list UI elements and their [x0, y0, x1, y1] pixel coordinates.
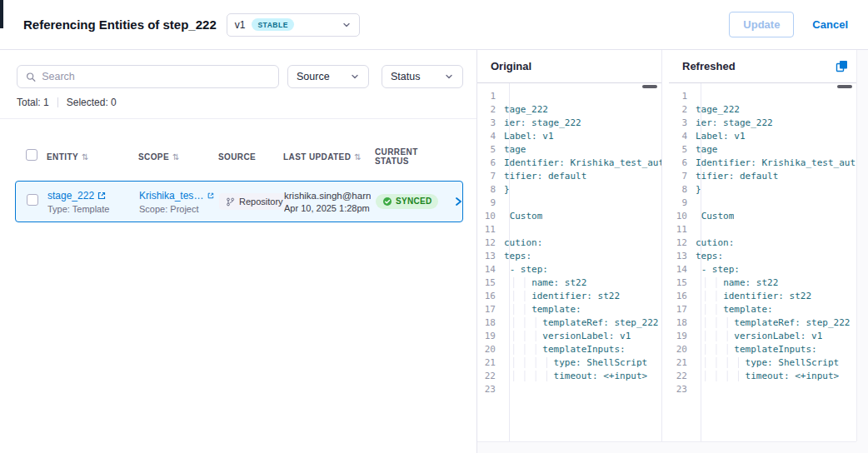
copy-icon[interactable]: [836, 60, 848, 72]
vertical-scrollbar[interactable]: [856, 50, 868, 441]
source-cell: Repository: [219, 193, 284, 210]
modal-body: Source Status Total: 1 Selected: 0 ENTIT…: [0, 50, 868, 453]
diff-panel: Original 12tage_2223ier: stage_2224Label…: [477, 50, 868, 453]
search-box: [17, 65, 279, 88]
search-icon: [26, 72, 36, 82]
source-badge: Repository: [219, 193, 290, 210]
diff-column-original: Original 12tage_2223ier: stage_2224Label…: [477, 50, 662, 441]
selected-count: Selected: 0: [67, 97, 117, 108]
version-label: v1: [235, 19, 246, 31]
diff-column-refreshed: Refreshed 12tage_2223ier: stage_2224Labe…: [669, 50, 856, 441]
refreshed-code-lines: 12tage_2223ier: stage_2224Label: v15tage…: [669, 90, 856, 396]
sort-icon: ⇅: [354, 152, 362, 162]
updated-at: Apr 10, 2025 1:28pm: [284, 203, 371, 213]
column-header-scope[interactable]: SCOPE ⇅: [138, 152, 218, 162]
scope-detail: Scope: Project: [139, 204, 214, 214]
column-header-source: SOURCE: [218, 152, 283, 162]
scope-name-link[interactable]: Krishika_test_au...: [139, 190, 204, 202]
refreshed-title: Refreshed: [682, 60, 736, 72]
column-header-entity[interactable]: ENTITY ⇅: [47, 152, 138, 162]
entities-panel: Source Status Total: 1 Selected: 0 ENTIT…: [0, 50, 477, 453]
source-filter-label: Source: [297, 71, 330, 82]
column-label: LAST UPDATED: [283, 152, 351, 162]
scope-cell: Krishika_test_au... Scope: Project: [139, 190, 219, 214]
stable-badge: STABLE: [252, 18, 293, 31]
modal-header: Referencing Entities of step_222 v1 STAB…: [0, 0, 868, 50]
search-input[interactable]: [42, 71, 270, 82]
table-header: ENTITY ⇅ SCOPE ⇅ SOURCE LAST UPDATED ⇅ C…: [15, 119, 463, 176]
select-all-checkbox[interactable]: [26, 149, 37, 161]
horizontal-scrollbar[interactable]: [477, 441, 856, 453]
page-title: Referencing Entities of step_222: [23, 17, 217, 32]
entity-type: Type: Template: [47, 204, 134, 214]
sort-icon: ⇅: [82, 152, 89, 162]
original-title: Original: [491, 60, 531, 72]
status-badge: SYNCED: [376, 194, 438, 209]
column-header-last-updated[interactable]: LAST UPDATED ⇅: [283, 152, 375, 162]
chevron-right-icon[interactable]: [452, 196, 464, 207]
row-checkbox[interactable]: [27, 194, 38, 206]
horizontal-scrollbar-thumb[interactable]: [642, 85, 657, 88]
chevron-down-icon: [342, 20, 352, 30]
entity-cell: stage_222 Type: Template: [47, 190, 139, 214]
column-label: SCOPE: [138, 152, 169, 162]
refreshed-header: Refreshed: [669, 50, 856, 83]
updated-by: krishika.singh@harnes...: [284, 191, 371, 201]
version-select[interactable]: v1 STABLE: [227, 13, 360, 37]
entity-name-link[interactable]: stage_222: [47, 190, 94, 202]
status-filter-select[interactable]: Status: [382, 65, 463, 88]
cancel-button[interactable]: Cancel: [812, 18, 848, 31]
source-filter-select[interactable]: Source: [287, 65, 369, 88]
original-header: Original: [477, 50, 661, 83]
column-label: SOURCE: [218, 152, 256, 162]
background-page-sliver: [0, 0, 3, 28]
sort-icon: ⇅: [172, 152, 180, 162]
original-code[interactable]: 12tage_2223ier: stage_2224Label: v15tage…: [477, 83, 661, 441]
status-cell: SYNCED: [376, 194, 452, 210]
refreshed-code[interactable]: 12tage_2223ier: stage_2224Label: v15tage…: [669, 83, 856, 441]
chevron-down-icon: [350, 72, 360, 82]
external-link-icon[interactable]: [97, 192, 106, 200]
update-button[interactable]: Update: [729, 12, 794, 37]
source-label: Repository: [239, 197, 283, 207]
table-row[interactable]: stage_222 Type: Template Krishika_test_a…: [15, 181, 463, 222]
original-code-lines: 12tage_2223ier: stage_2224Label: v15tage…: [477, 90, 661, 396]
summary-divider: [57, 97, 58, 107]
horizontal-scrollbar-thumb[interactable]: [837, 85, 852, 88]
last-updated-cell: krishika.singh@harnes... Apr 10, 2025 1:…: [284, 191, 376, 213]
selection-summary: Total: 1 Selected: 0: [0, 88, 476, 108]
total-count: Total: 1: [17, 97, 49, 108]
status-label: SYNCED: [396, 197, 432, 206]
status-filter-label: Status: [391, 71, 420, 82]
chevron-down-icon: [444, 72, 454, 82]
column-header-current-status: CURRENT STATUS: [375, 147, 451, 166]
header-actions: Update Cancel: [729, 12, 848, 37]
repository-icon: [226, 197, 235, 207]
filters-row: Source Status: [0, 50, 476, 88]
gutter-divider: [701, 83, 701, 441]
external-link-icon[interactable]: [207, 192, 214, 200]
gutter-divider: [509, 83, 510, 441]
column-label: CURRENT STATUS: [375, 147, 451, 166]
check-circle-icon: [382, 197, 392, 207]
column-label: ENTITY: [47, 152, 78, 162]
scrollbar-corner: [856, 441, 868, 453]
